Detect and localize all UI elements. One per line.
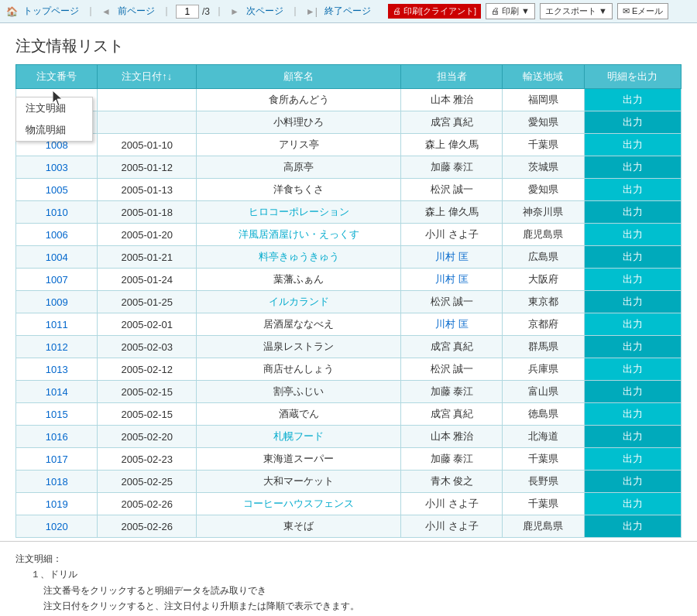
table-row: 10192005-02-26コーヒーハウスフェンス小川 さよ子千葉県出力 bbox=[16, 493, 682, 515]
customer-cell[interactable]: 札幌フード bbox=[197, 426, 401, 448]
email-btn[interactable]: ✉ Eメール bbox=[617, 3, 668, 19]
customer-cell[interactable]: 東そば bbox=[197, 515, 401, 538]
customer-cell[interactable]: 割亭ふじい bbox=[197, 381, 401, 403]
customer-cell[interactable]: 葉藩ふぁん bbox=[197, 269, 401, 291]
table-row: 10112005-02-01居酒屋ななべえ川村 匡京都府出力 bbox=[16, 313, 682, 336]
region-cell: 群馬県 bbox=[503, 336, 584, 358]
order-num-cell[interactable]: 1020 bbox=[16, 515, 98, 538]
staff-cell: 加藤 泰江 bbox=[401, 448, 503, 471]
order-num-cell[interactable]: 1014 bbox=[16, 381, 98, 403]
order-num-cell[interactable]: 1010 bbox=[16, 201, 98, 224]
output-cell[interactable]: 出力 bbox=[584, 111, 681, 134]
order-num-cell[interactable]: 1018 bbox=[16, 471, 98, 493]
order-num-cell[interactable]: 1009 bbox=[16, 291, 98, 313]
col-header-order-num: 注文番号 bbox=[16, 65, 98, 89]
output-cell[interactable]: 出力 bbox=[584, 426, 681, 448]
region-cell: 富山県 bbox=[503, 381, 584, 403]
customer-cell[interactable]: 居酒屋ななべえ bbox=[197, 313, 401, 336]
next-page-btn[interactable]: 次ページ bbox=[244, 4, 286, 19]
output-cell[interactable]: 出力 bbox=[584, 381, 681, 403]
output-cell[interactable]: 出力 bbox=[584, 201, 681, 224]
region-cell: 徳島県 bbox=[503, 403, 584, 426]
region-cell: 愛知県 bbox=[503, 111, 584, 134]
order-num-cell[interactable]: 1013 bbox=[16, 358, 98, 381]
region-cell: 広島県 bbox=[503, 246, 584, 269]
last-page-btn[interactable]: 終了ページ bbox=[322, 4, 373, 19]
prev-page-btn[interactable]: 前ページ bbox=[115, 4, 157, 19]
staff-cell: 小川 さよ子 bbox=[401, 224, 503, 246]
region-cell: 神奈川県 bbox=[503, 201, 584, 224]
output-cell[interactable]: 出力 bbox=[584, 134, 681, 156]
customer-cell[interactable]: 食所あんどう bbox=[197, 89, 401, 111]
order-num-cell[interactable]: 1016 bbox=[16, 426, 98, 448]
output-cell[interactable]: 出力 bbox=[584, 246, 681, 269]
order-num-cell[interactable]: 1004 bbox=[16, 246, 98, 269]
table-row: 10152005-02-15酒蔵でん成宮 真紀徳島県出力 bbox=[16, 403, 682, 426]
staff-cell: 成宮 真紀 bbox=[401, 336, 503, 358]
table-row: 10062005-01-20洋風居酒屋けい・えっくす小川 さよ子鹿児島県出力 bbox=[16, 224, 682, 246]
customer-cell[interactable]: 大和マーケット bbox=[197, 471, 401, 493]
output-cell[interactable]: 出力 bbox=[584, 471, 681, 493]
order-num-cell[interactable]: 1017 bbox=[16, 448, 98, 471]
staff-cell: 青木 俊之 bbox=[401, 471, 503, 493]
customer-cell[interactable]: アリス亭 bbox=[197, 134, 401, 156]
output-cell[interactable]: 出力 bbox=[584, 403, 681, 426]
col-header-order-date[interactable]: 注文日付↑↓ bbox=[98, 65, 197, 89]
table-row: 10072005-01-24葉藩ふぁん川村 匡大阪府出力 bbox=[16, 269, 682, 291]
output-cell[interactable]: 出力 bbox=[584, 89, 681, 111]
output-cell[interactable]: 出力 bbox=[584, 156, 681, 179]
staff-cell: 森上 偉久馬 bbox=[401, 134, 503, 156]
print-btn[interactable]: 🖨 印刷 ▼ bbox=[486, 3, 535, 19]
staff-cell: 成宮 真紀 bbox=[401, 403, 503, 426]
output-cell[interactable]: 出力 bbox=[584, 515, 681, 538]
table-row: 10食所あんどう山本 雅治福岡県出力 bbox=[16, 89, 682, 111]
output-cell[interactable]: 出力 bbox=[584, 336, 681, 358]
order-date-cell bbox=[98, 89, 197, 111]
staff-cell: 川村 匡 bbox=[401, 269, 503, 291]
order-num-cell[interactable]: 1019 bbox=[16, 493, 98, 515]
customer-cell[interactable]: 洋風居酒屋けい・えっくす bbox=[197, 224, 401, 246]
output-cell[interactable]: 出力 bbox=[584, 493, 681, 515]
print-client-btn[interactable]: 🖨 印刷[クライアント] bbox=[388, 4, 481, 19]
output-cell[interactable]: 出力 bbox=[584, 448, 681, 471]
customer-cell[interactable]: コーヒーハウスフェンス bbox=[197, 493, 401, 515]
region-cell: 鹿児島県 bbox=[503, 224, 584, 246]
customer-cell[interactable]: 温泉レストラン bbox=[197, 336, 401, 358]
region-cell: 兵庫県 bbox=[503, 358, 584, 381]
export-btn[interactable]: エクスポート ▼ bbox=[540, 3, 613, 19]
customer-cell[interactable]: 高原亭 bbox=[197, 156, 401, 179]
order-num-cell[interactable]: 1006 bbox=[16, 224, 98, 246]
order-num-cell[interactable]: 1012 bbox=[16, 336, 98, 358]
staff-cell: 松沢 誠一 bbox=[401, 358, 503, 381]
output-cell[interactable]: 出力 bbox=[584, 224, 681, 246]
page-input[interactable] bbox=[176, 5, 199, 19]
customer-cell[interactable]: ヒロコーポレーション bbox=[197, 201, 401, 224]
output-cell[interactable]: 出力 bbox=[584, 179, 681, 201]
order-date-cell: 2005-01-13 bbox=[98, 179, 197, 201]
table-row: 10042005-01-21料亭きゅうきゅう川村 匡広島県出力 bbox=[16, 246, 682, 269]
output-cell[interactable]: 出力 bbox=[584, 358, 681, 381]
customer-cell[interactable]: 商店せんしょう bbox=[197, 358, 401, 381]
customer-cell[interactable]: 洋食ちくさ bbox=[197, 179, 401, 201]
output-cell[interactable]: 出力 bbox=[584, 313, 681, 336]
order-num-cell[interactable]: 1015 bbox=[16, 403, 98, 426]
order-num-cell[interactable]: 1003 bbox=[16, 156, 98, 179]
order-date-cell: 2005-01-18 bbox=[98, 201, 197, 224]
context-menu-item-logistics-detail[interactable]: 物流明細 bbox=[16, 119, 92, 141]
top-page-btn[interactable]: トップページ bbox=[21, 4, 81, 19]
context-menu-item-order-detail[interactable]: 注文明細 bbox=[16, 98, 92, 119]
output-cell[interactable]: 出力 bbox=[584, 269, 681, 291]
table-row: 10132005-02-12商店せんしょう松沢 誠一兵庫県出力 bbox=[16, 358, 682, 381]
order-date-cell: 2005-02-01 bbox=[98, 313, 197, 336]
customer-cell[interactable]: 小料理ひろ bbox=[197, 111, 401, 134]
region-cell: 鹿児島県 bbox=[503, 515, 584, 538]
customer-cell[interactable]: イルカランド bbox=[197, 291, 401, 313]
order-num-cell[interactable]: 1005 bbox=[16, 179, 98, 201]
output-cell[interactable]: 出力 bbox=[584, 291, 681, 313]
customer-cell[interactable]: 東海道スーパー bbox=[197, 448, 401, 471]
customer-cell[interactable]: 酒蔵でん bbox=[197, 403, 401, 426]
table-row: 10032005-01-12高原亭加藤 泰江茨城県出力 bbox=[16, 156, 682, 179]
order-num-cell[interactable]: 1011 bbox=[16, 313, 98, 336]
order-num-cell[interactable]: 1007 bbox=[16, 269, 98, 291]
customer-cell[interactable]: 料亭きゅうきゅう bbox=[197, 246, 401, 269]
